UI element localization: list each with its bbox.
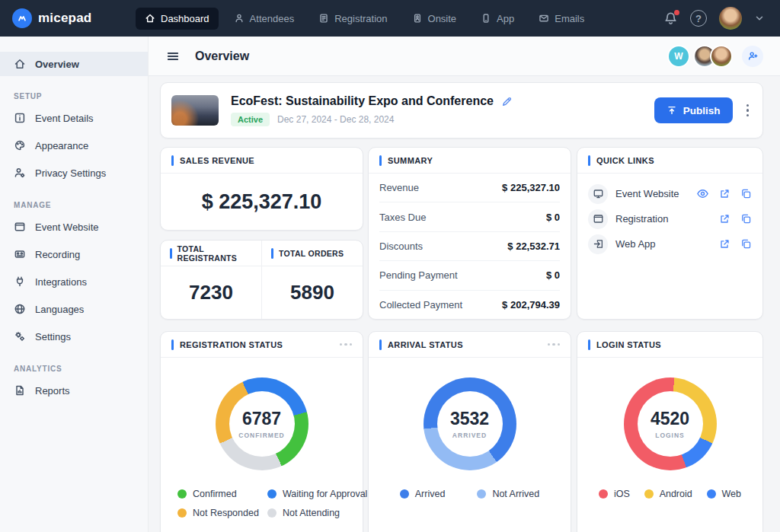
nav-item-app[interactable]: App — [472, 8, 523, 30]
top-nav-items: Dashboard Attendees Registration Onsite … — [136, 8, 593, 30]
browser-window-icon — [593, 213, 604, 225]
nav-label: Emails — [555, 13, 584, 24]
registration-donut-chart: 6787 CONFIRMED — [216, 377, 308, 470]
team-avatar-photo[interactable] — [710, 45, 733, 68]
nav-item-registration[interactable]: Registration — [309, 8, 396, 30]
gears-icon — [14, 330, 26, 342]
summary-value: $ 225,327.10 — [502, 182, 560, 193]
help-icon[interactable]: ? — [690, 10, 707, 27]
legend-item: Not Responded — [177, 508, 267, 518]
registration-status-card: REGISTRATION STATUS 6787 CONFIRMED — [160, 331, 363, 532]
event-header-card: EcoFest: Sustainability Expo and Confere… — [160, 82, 763, 139]
card-title: QUICK LINKS — [596, 156, 654, 165]
accent-bar — [271, 248, 273, 259]
arrival-legend: Arrived Not Arrived — [369, 489, 571, 499]
copy-icon[interactable] — [740, 238, 752, 250]
sidebar-item-label: Event Details — [35, 113, 94, 124]
summary-value: $ 0 — [546, 212, 560, 223]
sidebar-section-analytics: ANALYTICS — [0, 352, 148, 379]
summary-label: Revenue — [379, 182, 419, 193]
sidebar-item-privacy-settings[interactable]: Privacy Settings — [0, 161, 148, 184]
menu-icon[interactable] — [166, 49, 180, 63]
main-area: Overview W EcoFest: Sustainabili — [149, 37, 780, 532]
sales-revenue-value: $ 225,327.10 — [161, 174, 363, 231]
summary-row: Taxes Due$ 0 — [379, 202, 560, 231]
legend-dot — [267, 508, 277, 518]
legend-label: Confirmed — [193, 489, 237, 499]
monitor-icon — [593, 188, 604, 199]
brand[interactable]: micepad — [12, 8, 126, 28]
chevron-down-icon[interactable] — [754, 13, 765, 24]
plug-icon — [14, 276, 26, 288]
sidebar-item-event-details[interactable]: Event Details — [0, 107, 148, 129]
external-link-icon[interactable] — [719, 238, 730, 250]
donut-center-label: LOGINS — [655, 432, 685, 439]
total-orders: TOTAL ORDERS 5890 — [261, 241, 363, 319]
brand-name: micepad — [38, 11, 91, 26]
quick-link-label[interactable]: Event Website — [615, 188, 679, 199]
login-legend: iOS Android Web — [577, 489, 762, 499]
notifications-bell-icon[interactable] — [663, 11, 678, 26]
summary-row: Pending Payment$ 0 — [379, 261, 560, 290]
sidebar-item-label: Privacy Settings — [35, 167, 106, 179]
event-more-menu[interactable] — [743, 101, 753, 120]
sidebar-item-label: Overview — [35, 59, 79, 70]
sidebar-item-integrations[interactable]: Integrations — [0, 270, 148, 293]
legend-label: Not Arrived — [492, 489, 539, 499]
external-link-icon[interactable] — [719, 213, 730, 225]
report-file-icon — [14, 384, 26, 397]
donut-center-label: CONFIRMED — [238, 432, 284, 439]
nav-item-attendees[interactable]: Attendees — [225, 8, 304, 30]
sidebar-item-reports[interactable]: Reports — [0, 379, 148, 402]
sidebar-item-event-website[interactable]: Event Website — [0, 215, 148, 238]
team-avatar-w[interactable]: W — [667, 45, 690, 68]
add-user-button[interactable] — [742, 46, 763, 67]
sidebar-item-overview[interactable]: Overview — [0, 52, 148, 76]
summary-label: Pending Payment — [379, 269, 458, 281]
quick-links-card: QUICK LINKS Event Website — [577, 147, 763, 320]
sidebar-item-settings[interactable]: Settings — [0, 325, 148, 348]
sidebar-item-label: Recording — [35, 249, 80, 260]
copy-icon[interactable] — [740, 213, 752, 225]
sidebar-item-appearance[interactable]: Appearance — [0, 134, 148, 157]
sidebar-item-languages[interactable]: Languages — [0, 298, 148, 320]
badge-icon — [412, 13, 423, 24]
sidebar-item-label: Event Website — [35, 221, 99, 233]
donut-center-label: ARRIVED — [452, 432, 487, 439]
edit-pencil-icon[interactable] — [501, 96, 513, 107]
legend-label: iOS — [614, 489, 630, 499]
quick-link-label[interactable]: Web App — [615, 238, 656, 250]
donut-center-value: 6787 — [242, 409, 281, 429]
publish-button[interactable]: Publish — [654, 97, 733, 123]
nav-item-emails[interactable]: Emails — [529, 8, 593, 30]
summary-row: Revenue$ 225,327.10 — [379, 174, 560, 202]
legend-dot — [644, 489, 654, 499]
accent-bar — [379, 155, 382, 166]
external-link-icon[interactable] — [719, 188, 730, 199]
event-thumbnail[interactable] — [171, 95, 219, 126]
sidebar-item-recording[interactable]: Recording — [0, 243, 148, 266]
app-window: micepad Dashboard Attendees Registration… — [0, 0, 780, 532]
nav-item-dashboard[interactable]: Dashboard — [136, 8, 219, 30]
card-title: REGISTRATION STATUS — [180, 340, 283, 349]
preview-eye-icon[interactable] — [696, 187, 709, 200]
legend-item: Not Arrived — [477, 489, 539, 499]
card-title: SALES REVENUE — [180, 156, 254, 165]
user-gear-icon — [14, 167, 26, 179]
legend-item: Not Attending — [267, 508, 367, 518]
card-more-menu[interactable] — [548, 343, 561, 346]
user-avatar[interactable] — [719, 7, 742, 30]
legend-item: Waiting for Approval — [267, 489, 367, 499]
sales-revenue-card: SALES REVENUE $ 225,327.10 — [160, 147, 363, 231]
total-registrants: TOTAL REGISTRANTS 7230 — [161, 241, 261, 319]
quick-link-label[interactable]: Registration — [615, 213, 668, 225]
legend-dot — [177, 508, 187, 518]
sidebar-section-setup: SETUP — [0, 80, 148, 107]
summary-row: Collected Payment$ 202,794.39 — [379, 291, 560, 320]
card-more-menu[interactable] — [340, 343, 353, 346]
summary-value: $ 0 — [546, 269, 560, 281]
nav-item-onsite[interactable]: Onsite — [403, 8, 466, 30]
registration-legend: Confirmed Waiting for Approval Not Respo… — [161, 489, 363, 518]
copy-icon[interactable] — [740, 188, 752, 199]
sidebar-item-label: Languages — [35, 304, 84, 315]
